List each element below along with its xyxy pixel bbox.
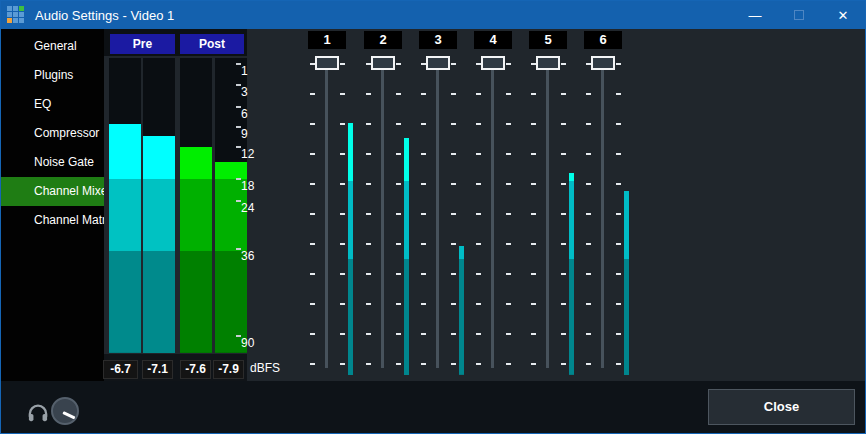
fader-tick — [476, 213, 481, 215]
meter-readout-2: -7.1 — [142, 360, 173, 379]
scale-label-9: 9 — [241, 127, 248, 141]
fader-tick — [340, 243, 345, 245]
fader-tick — [310, 123, 315, 125]
fader-tick — [561, 333, 566, 335]
pre-meter-column — [109, 58, 141, 353]
fader-tick — [340, 93, 345, 95]
channel-fader-track-1[interactable] — [325, 69, 328, 368]
meter-readout-1: -6.7 — [103, 360, 138, 379]
fader-tick — [340, 123, 345, 125]
sidebar-item-channel-mixer[interactable]: Channel Mixer — [1, 177, 104, 206]
sidebar-item-compressor[interactable]: Compressor — [1, 119, 104, 148]
pre-meter-level — [109, 124, 141, 353]
channel-fader-4[interactable] — [481, 56, 505, 70]
fader-tick — [396, 183, 401, 185]
fader-tick — [366, 243, 371, 245]
fader-tick — [616, 333, 621, 335]
fader-tick — [310, 273, 315, 275]
fader-tick — [531, 273, 536, 275]
fader-tick — [531, 183, 536, 185]
fader-tick — [340, 63, 345, 65]
sidebar-item-general[interactable]: General — [1, 32, 104, 61]
channel-fader-track-3[interactable] — [436, 69, 439, 368]
headphone-volume-knob[interactable] — [51, 397, 79, 425]
channel-label-3: 3 — [419, 31, 457, 49]
fader-tick — [340, 363, 345, 365]
fader-tick — [476, 243, 481, 245]
fader-tick — [616, 363, 621, 365]
channel-fader-3[interactable] — [426, 56, 450, 70]
fader-tick — [616, 123, 621, 125]
channel-fader-5[interactable] — [536, 56, 560, 70]
fader-tick — [310, 93, 315, 95]
scale-label-6: 6 — [241, 107, 248, 121]
sidebar-item-noise-gate[interactable]: Noise Gate — [1, 148, 104, 177]
fader-tick — [506, 213, 511, 215]
channel-fader-6[interactable] — [591, 56, 615, 70]
fader-tick — [451, 333, 456, 335]
channel-fader-track-4[interactable] — [491, 69, 494, 368]
fader-tick — [531, 303, 536, 305]
fader-tick — [421, 213, 426, 215]
fader-tick — [506, 243, 511, 245]
channel-meter-level-1 — [348, 123, 353, 375]
fader-tick — [396, 303, 401, 305]
fader-tick — [340, 303, 345, 305]
fader-tick — [476, 183, 481, 185]
scale-label-36: 36 — [241, 249, 254, 263]
channel-fader-2[interactable] — [371, 56, 395, 70]
channel-fader-track-2[interactable] — [381, 69, 384, 368]
fader-tick — [366, 333, 371, 335]
headphones-icon[interactable] — [27, 403, 49, 427]
meter-readout-3: -7.6 — [180, 360, 211, 379]
fader-tick — [586, 213, 591, 215]
sidebar: GeneralPluginsEQCompressorNoise GateChan… — [1, 29, 104, 381]
fader-tick — [451, 363, 456, 365]
fader-tick — [396, 93, 401, 95]
sidebar-item-plugins[interactable]: Plugins — [1, 61, 104, 90]
pre-meter-level — [143, 136, 175, 353]
fader-tick — [396, 333, 401, 335]
sidebar-item-channel-matrix[interactable]: Channel Matrix — [1, 206, 104, 235]
channel-meter-3 — [459, 63, 464, 375]
fader-tick — [561, 123, 566, 125]
fader-tick — [506, 303, 511, 305]
channel-fader-track-6[interactable] — [601, 69, 604, 368]
fader-tick — [506, 153, 511, 155]
fader-tick — [396, 123, 401, 125]
channel-meter-level-3 — [459, 246, 464, 375]
channel-meter-6 — [624, 63, 629, 375]
fader-tick — [506, 183, 511, 185]
fader-tick — [396, 363, 401, 365]
channel-label-1: 1 — [308, 31, 346, 49]
fader-tick — [340, 213, 345, 215]
channel-fader-1[interactable] — [315, 56, 339, 70]
channel-meter-5 — [569, 63, 574, 375]
channel-label-6: 6 — [584, 31, 622, 49]
close-window-button[interactable]: ✕ — [821, 1, 865, 29]
fader-tick — [366, 93, 371, 95]
channel-fader-track-5[interactable] — [546, 69, 549, 368]
fader-tick — [586, 243, 591, 245]
fader-tick — [451, 93, 456, 95]
fader-tick — [451, 123, 456, 125]
fader-tick — [531, 93, 536, 95]
minimize-button[interactable]: — — [733, 1, 777, 29]
close-button[interactable]: Close — [708, 389, 855, 425]
fader-tick — [561, 213, 566, 215]
fader-tick — [531, 243, 536, 245]
channel-mixer-panel: Pre Post dBFS -6.7-7.1-7.6-7.91369121824… — [104, 29, 865, 381]
app-logo-icon — [7, 6, 25, 24]
fader-tick — [616, 93, 621, 95]
maximize-icon — [794, 10, 804, 20]
titlebar: Audio Settings - Video 1 — ✕ — [1, 1, 865, 29]
channel-meter-level-6 — [624, 191, 629, 375]
fader-tick — [421, 123, 426, 125]
channel-label-5: 5 — [529, 31, 567, 49]
fader-tick — [586, 363, 591, 365]
knob-pointer — [62, 411, 75, 419]
sidebar-item-eq[interactable]: EQ — [1, 90, 104, 119]
fader-tick — [561, 243, 566, 245]
fader-tick — [366, 123, 371, 125]
channel-meter-level-5 — [569, 173, 574, 375]
